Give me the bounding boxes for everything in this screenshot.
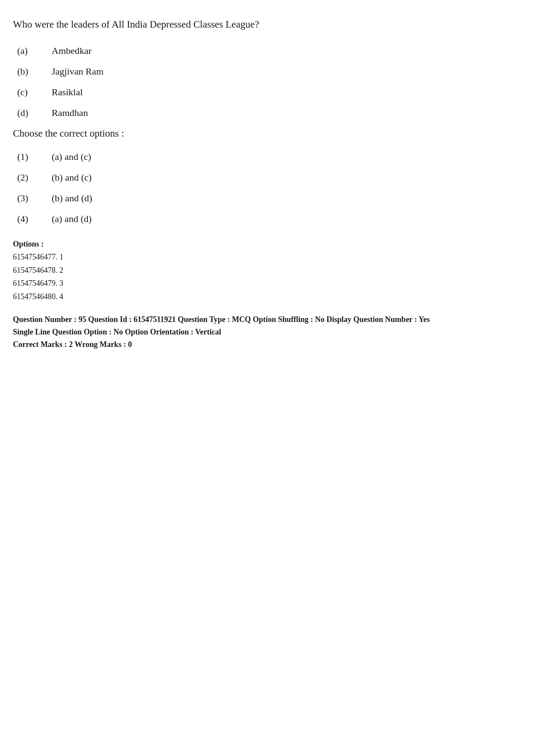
question-text: Who were the leaders of All India Depres…	[13, 17, 521, 32]
option-a-text: Ambedkar	[52, 45, 92, 56]
option-c-text: Rasiklal	[52, 87, 83, 98]
option-c-label: (c)	[17, 87, 52, 98]
metadata-section: Question Number : 95 Question Id : 61547…	[13, 313, 521, 350]
option-a-label: (a)	[17, 45, 52, 56]
option-d-text: Ramdhan	[52, 107, 88, 119]
options-item-2: 61547546478. 2	[13, 266, 63, 275]
answer-option-1-text: (a) and (c)	[52, 151, 91, 162]
option-b: (b) Jagjivan Ram	[13, 66, 521, 77]
answer-option-4-label: (4)	[17, 213, 52, 225]
metadata-line2: Single Line Question Option : No Option …	[13, 326, 521, 338]
answer-option-2-text: (b) and (c)	[52, 172, 92, 183]
metadata-line1: Question Number : 95 Question Id : 61547…	[13, 313, 521, 326]
answer-option-1-label: (1)	[17, 151, 52, 162]
sub-question-text: Choose the correct options :	[13, 128, 521, 139]
answer-option-3-text: (b) and (d)	[52, 193, 92, 204]
answer-option-4-text: (a) and (d)	[52, 213, 92, 225]
answer-option-4: (4) (a) and (d)	[13, 213, 521, 225]
options-item-3: 61547546479. 3	[13, 279, 63, 287]
answer-option-3-label: (3)	[17, 193, 52, 204]
option-d-label: (d)	[17, 107, 52, 119]
answer-option-1: (1) (a) and (c)	[13, 151, 521, 162]
option-b-label: (b)	[17, 66, 52, 77]
options-item-4: 61547546480. 4	[13, 292, 63, 301]
correct-marks: Correct Marks : 2 Wrong Marks : 0	[13, 338, 521, 351]
options-item-1: 61547546477. 1	[13, 253, 63, 261]
options-list: (a) Ambedkar (b) Jagjivan Ram (c) Rasikl…	[13, 45, 521, 119]
answer-option-2: (2) (b) and (c)	[13, 172, 521, 183]
answer-options-list: (1) (a) and (c) (2) (b) and (c) (3) (b) …	[13, 151, 521, 225]
option-a: (a) Ambedkar	[13, 45, 521, 56]
answer-option-3: (3) (b) and (d)	[13, 193, 521, 204]
option-b-text: Jagjivan Ram	[52, 66, 103, 77]
options-section-label: Options :	[13, 240, 44, 248]
option-d: (d) Ramdhan	[13, 107, 521, 119]
option-c: (c) Rasiklal	[13, 87, 521, 98]
answer-option-2-label: (2)	[17, 172, 52, 183]
options-section: Options : 61547546477. 1 61547546478. 2 …	[13, 237, 521, 303]
